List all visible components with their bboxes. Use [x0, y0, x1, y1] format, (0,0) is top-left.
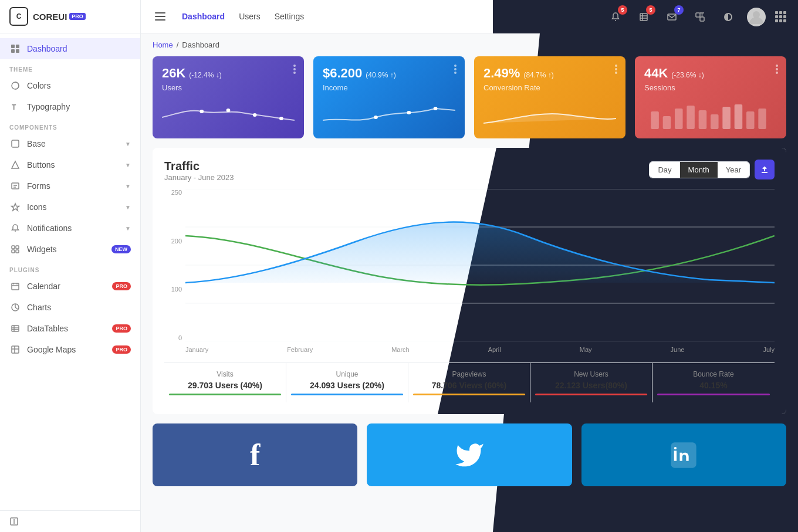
svg-rect-49 — [651, 111, 659, 129]
header-nav-settings[interactable]: Settings — [275, 12, 305, 21]
notifications-chevron-icon: ▼ — [125, 225, 131, 232]
sidebar-logo: C COREUI PRO — [0, 0, 140, 33]
stat-menu-sessions[interactable] — [776, 65, 778, 74]
buttons-chevron-icon: ▼ — [125, 162, 131, 168]
sidebar-item-buttons[interactable]: Buttons ▼ — [0, 154, 140, 175]
svg-point-45 — [279, 117, 283, 120]
sidebar-item-label-typography: Typography — [27, 102, 131, 111]
notifications-bell-button[interactable]: 5 — [606, 8, 625, 26]
footer-newusers-bar — [535, 394, 647, 395]
svg-point-47 — [407, 111, 411, 114]
twitter-card[interactable] — [367, 423, 572, 486]
svg-rect-56 — [735, 104, 743, 129]
svg-rect-36 — [668, 14, 676, 20]
svg-point-42 — [200, 110, 204, 113]
svg-rect-57 — [746, 111, 755, 129]
svg-rect-6 — [12, 140, 19, 147]
svg-rect-50 — [663, 116, 671, 129]
user-avatar[interactable] — [747, 8, 766, 26]
sidebar-item-datatables[interactable]: DataTables PRO — [0, 318, 140, 339]
upload-button[interactable] — [755, 160, 775, 179]
translate-button[interactable] — [691, 8, 709, 26]
svg-rect-16 — [16, 250, 19, 253]
traffic-period-group: Day Month Year — [649, 161, 750, 178]
stat-chart-sessions — [644, 100, 777, 129]
sidebar-item-label-base: Base — [27, 139, 125, 148]
stat-change-sessions: (-23.6% ↓) — [671, 71, 704, 79]
stat-menu-income[interactable] — [454, 65, 457, 74]
svg-rect-22 — [12, 326, 19, 331]
svg-marker-11 — [12, 204, 19, 211]
stat-value-income: $6.200 — [323, 66, 362, 81]
header-left: Dashboard Users Settings — [153, 10, 304, 23]
stat-menu-conversion[interactable] — [615, 65, 617, 74]
stat-label-income: Income — [323, 83, 455, 92]
y-axis-labels: 250 200 100 0 — [164, 189, 182, 341]
footer-newusers-label: New Users — [535, 370, 647, 378]
sidebar-item-calendar[interactable]: Calendar PRO — [0, 276, 140, 297]
notifications-badge: 5 — [618, 5, 627, 15]
svg-rect-54 — [711, 114, 719, 129]
theme-toggle-button[interactable] — [719, 8, 738, 26]
dashboard-icon — [9, 44, 21, 53]
svg-rect-0 — [11, 45, 15, 48]
sidebar-item-label-charts: Charts — [27, 303, 131, 312]
header-nav-dashboard[interactable]: Dashboard — [182, 12, 225, 21]
sidebar-item-label-googlemaps: Google Maps — [27, 345, 112, 354]
hamburger-button[interactable] — [153, 10, 168, 23]
year-button[interactable]: Year — [718, 162, 749, 178]
svg-point-44 — [253, 113, 257, 117]
header-nav-users[interactable]: Users — [239, 12, 261, 21]
breadcrumb-separator: / — [177, 40, 179, 49]
sidebar-item-typography[interactable]: T Typography — [0, 96, 140, 117]
footer-unique-value: 24.093 Users (20%) — [291, 381, 403, 390]
stat-value-users: 26K — [162, 66, 185, 81]
stats-row: 26K (-12.4% ↓) Users — [141, 56, 798, 148]
sidebar-item-charts[interactable]: Charts — [0, 297, 140, 318]
sidebar-item-forms[interactable]: Forms ▼ — [0, 175, 140, 196]
sidebar-item-label-buttons: Buttons — [27, 160, 125, 170]
sidebar-item-dashboard[interactable]: Dashboard — [0, 38, 140, 59]
sidebar-item-label-calendar: Calendar — [27, 282, 112, 291]
app-grid-button[interactable] — [775, 11, 786, 22]
footer-visits-bar — [169, 394, 281, 395]
day-button[interactable]: Day — [650, 162, 679, 178]
stat-menu-users[interactable] — [293, 65, 296, 74]
footer-pageviews-value: 78.706 Views (60%) — [413, 381, 525, 390]
linkedin-card[interactable] — [581, 423, 786, 486]
footer-newusers-value: 22.123 Users(80%) — [535, 381, 647, 390]
stat-card-income: $6.200 (40.9% ↑) Income — [313, 56, 465, 138]
sidebar-item-widgets[interactable]: Widgets NEW — [0, 239, 140, 260]
stat-label-users: Users — [162, 83, 295, 92]
sidebar-item-base[interactable]: Base ▼ — [0, 133, 140, 154]
tasks-badge: 5 — [646, 5, 655, 15]
sidebar-item-label-widgets: Widgets — [27, 245, 111, 254]
sidebar-nav: Dashboard THEME Colors T Typography COMP… — [0, 33, 140, 510]
breadcrumb-current: Dashboard — [182, 40, 219, 49]
sidebar-item-notifications[interactable]: Notifications ▼ — [0, 218, 140, 239]
header-nav: Dashboard Users Settings — [182, 12, 304, 21]
messages-button[interactable]: 7 — [662, 8, 681, 26]
stat-change-income: (40.9% ↑) — [366, 71, 395, 79]
svg-point-43 — [226, 109, 231, 112]
sidebar-item-googlemaps[interactable]: Google Maps PRO — [0, 339, 140, 360]
forms-icon — [9, 181, 21, 191]
sidebar-item-colors[interactable]: Colors — [0, 75, 140, 96]
footer-newusers: New Users 22.123 Users(80%) — [530, 363, 652, 402]
svg-rect-52 — [687, 106, 695, 129]
tasks-button[interactable]: 5 — [634, 8, 653, 26]
month-button[interactable]: Month — [680, 162, 718, 178]
stat-card-users: 26K (-12.4% ↓) Users — [153, 56, 304, 138]
x-label-april: April — [488, 346, 501, 353]
traffic-controls: Day Month Year — [649, 160, 775, 179]
footer-unique-label: Unique — [291, 370, 403, 378]
footer-unique: Unique 24.093 Users (20%) — [286, 363, 408, 402]
svg-rect-32 — [640, 13, 647, 21]
svg-rect-37 — [696, 13, 700, 17]
breadcrumb-home[interactable]: Home — [153, 40, 173, 49]
stat-chart-conversion — [483, 100, 616, 129]
facebook-card[interactable]: f — [153, 423, 357, 486]
sidebar-collapse-btn[interactable] — [0, 510, 140, 532]
sidebar-item-icons[interactable]: Icons ▼ — [0, 196, 140, 218]
sidebar-item-label-colors: Colors — [27, 81, 131, 90]
